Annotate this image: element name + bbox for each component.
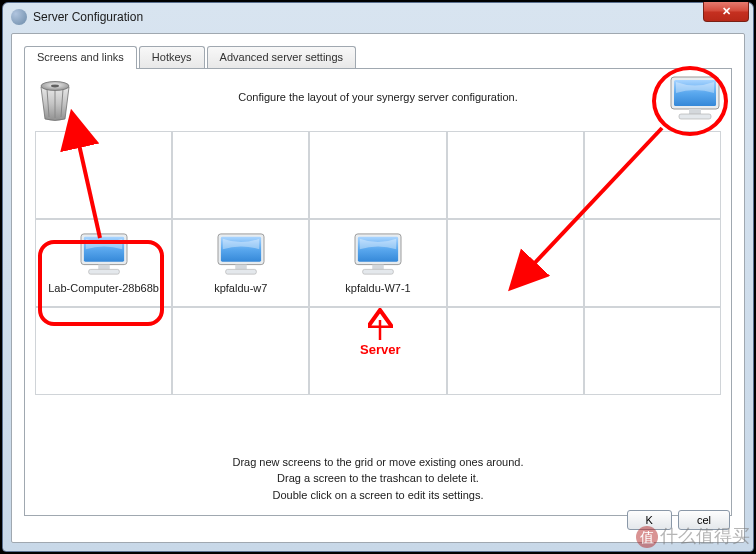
tab-advanced[interactable]: Advanced server settings <box>207 46 357 68</box>
tab-hotkeys[interactable]: Hotkeys <box>139 46 205 68</box>
grid-cell[interactable] <box>584 219 721 307</box>
svg-rect-19 <box>372 265 384 270</box>
grid-cell[interactable] <box>447 131 584 219</box>
svg-rect-11 <box>98 265 110 270</box>
screen-kpfaldu-w7-1[interactable]: kpfaldu-W7-1 <box>309 219 446 307</box>
grid-cell[interactable] <box>447 307 584 395</box>
grid-cell[interactable] <box>172 131 309 219</box>
svg-point-4 <box>51 85 59 88</box>
window-title: Server Configuration <box>33 10 749 24</box>
svg-rect-20 <box>363 269 394 274</box>
screen-lab-computer[interactable]: Lab-Computer-28b68b <box>35 219 172 307</box>
trash-icon[interactable] <box>31 75 79 123</box>
grid-cell[interactable] <box>309 131 446 219</box>
new-screen-icon[interactable] <box>667 75 723 123</box>
grid-cell[interactable] <box>172 307 309 395</box>
svg-rect-16 <box>225 269 256 274</box>
hint-line: Drag new screens to the grid or move exi… <box>25 454 731 471</box>
close-button[interactable]: ✕ <box>703 2 749 22</box>
monitor-icon <box>351 232 405 278</box>
app-icon <box>11 9 27 25</box>
screen-label: Lab-Computer-28b68b <box>48 282 159 294</box>
hint-line: Drag a screen to the trashcan to delete … <box>25 470 731 487</box>
hint-top: Configure the layout of your synergy ser… <box>35 79 721 111</box>
screen-label: kpfaldu-W7-1 <box>345 282 410 294</box>
svg-rect-7 <box>689 109 701 114</box>
close-icon: ✕ <box>722 5 731 18</box>
svg-rect-12 <box>88 269 119 274</box>
svg-rect-15 <box>235 265 247 270</box>
tab-screens-and-links[interactable]: Screens and links <box>24 46 137 68</box>
screen-label: kpfaldu-w7 <box>214 282 267 294</box>
titlebar[interactable]: Server Configuration ✕ <box>3 3 753 30</box>
grid-cell[interactable] <box>35 307 172 395</box>
monitor-icon <box>77 232 131 278</box>
grid-cell[interactable] <box>584 307 721 395</box>
grid-cell[interactable] <box>35 131 172 219</box>
svg-rect-8 <box>679 114 711 119</box>
grid-cell[interactable] <box>447 219 584 307</box>
grid-cell[interactable] <box>309 307 446 395</box>
grid-cell[interactable] <box>584 131 721 219</box>
tab-strip: Screens and links Hotkeys Advanced serve… <box>24 46 732 68</box>
screens-panel: Configure the layout of your synergy ser… <box>24 68 732 516</box>
content-area: Screens and links Hotkeys Advanced serve… <box>11 33 745 543</box>
window-frame: Server Configuration ✕ Screens and links… <box>2 2 754 552</box>
screen-kpfaldu-w7[interactable]: kpfaldu-w7 <box>172 219 309 307</box>
screen-grid[interactable]: Lab-Computer-28b68b kpfaldu-w7 <box>35 131 721 395</box>
hint-bottom: Drag new screens to the grid or move exi… <box>25 454 731 504</box>
watermark: 值什么值得买 <box>636 524 750 548</box>
hint-line: Double click on a screen to edit its set… <box>25 487 731 504</box>
monitor-icon <box>214 232 268 278</box>
